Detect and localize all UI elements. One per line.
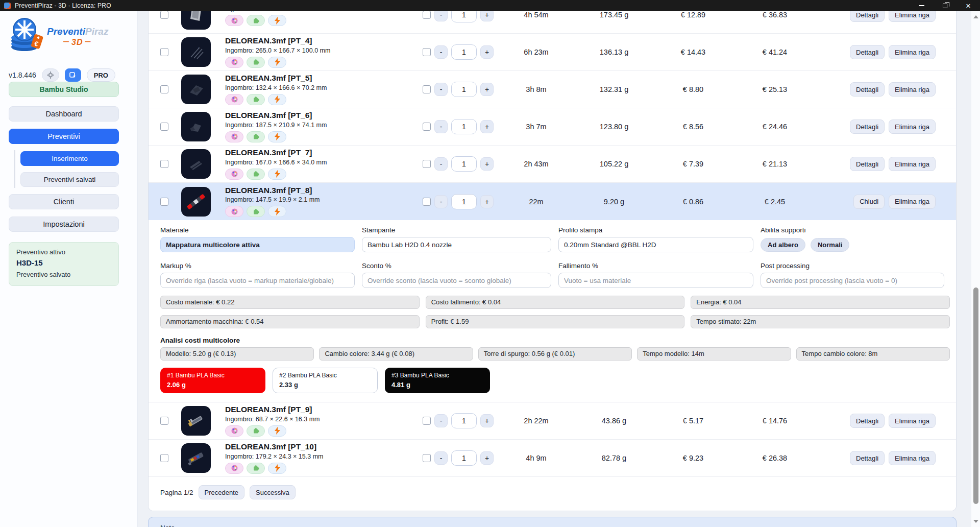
details-button[interactable]: Dettagli [850, 414, 885, 428]
qty-input[interactable] [451, 156, 477, 172]
row-select-checkbox[interactable] [160, 454, 168, 462]
details-button[interactable]: Dettagli [850, 157, 885, 171]
sync-button[interactable] [65, 68, 81, 82]
delete-row-button[interactable]: Elimina riga [889, 82, 936, 97]
details-button[interactable]: Dettagli [850, 119, 885, 134]
cost-value: € 8.80 [655, 85, 731, 93]
details-button[interactable]: Dettagli [850, 11, 885, 22]
qty-plus-button[interactable]: + [480, 11, 494, 21]
qty-minus-button[interactable]: - [434, 45, 448, 59]
filament-weight: 2.33 g [279, 381, 371, 389]
fallimento-input[interactable] [558, 273, 753, 288]
energy-icon [268, 425, 286, 437]
qty-lock-checkbox[interactable] [423, 85, 431, 93]
qty-plus-button[interactable]: + [480, 45, 494, 59]
qty-lock-checkbox[interactable] [423, 454, 431, 462]
qty-plus-button[interactable]: + [480, 451, 494, 465]
markup-input[interactable] [160, 273, 355, 288]
details-button[interactable]: Dettagli [850, 451, 885, 465]
delete-row-button[interactable]: Elimina riga [889, 11, 936, 22]
version-label: v1.8.446 [9, 71, 36, 79]
delete-row-button[interactable]: Elimina riga [889, 157, 936, 171]
qty-input[interactable] [451, 11, 477, 22]
sidebar-item-inserimento[interactable]: Inserimento [20, 151, 119, 166]
delete-row-button[interactable]: Elimina riga [889, 119, 936, 134]
sidebar-item-preventivi-salvati[interactable]: Preventivi salvati [20, 172, 119, 187]
delete-row-button[interactable]: Elimina riga [889, 195, 936, 209]
qty-input[interactable] [451, 194, 477, 209]
scroll-up-arrow[interactable] [973, 15, 978, 18]
supporti-ad-albero-button[interactable]: Ad albero [761, 238, 805, 252]
qty-plus-button[interactable]: + [480, 120, 494, 133]
qty-minus-button[interactable]: - [434, 451, 448, 465]
qty-minus-button[interactable]: - [434, 414, 448, 427]
row-select-checkbox[interactable] [160, 198, 168, 206]
qty-plus-button[interactable]: + [480, 83, 494, 96]
sidebar-item-clienti[interactable]: Clienti [9, 194, 119, 209]
supporti-normali-button[interactable]: Normali [811, 238, 849, 252]
previous-page-button[interactable]: Precedente [199, 485, 245, 499]
qty-lock-checkbox[interactable] [423, 11, 431, 19]
restore-icon [943, 4, 947, 8]
row-select-checkbox[interactable] [160, 123, 168, 131]
scrollbar-thumb[interactable] [973, 288, 978, 504]
qty-plus-button[interactable]: + [480, 414, 494, 427]
model-thumbnail [181, 406, 211, 436]
multicolor-icon [225, 463, 243, 474]
qty-input[interactable] [451, 119, 477, 134]
delete-row-button[interactable]: Elimina riga [889, 414, 936, 428]
model-dimensions: Ingombro: 68.7 × 22.6 × 16.3 mm [225, 416, 423, 423]
qty-input[interactable] [451, 413, 477, 428]
post-processing-input[interactable] [761, 273, 944, 288]
qty-minus-button[interactable]: - [434, 120, 448, 133]
model-dimensions: Ingombro: 265.0 × 166.7 × 100.0 mm [225, 47, 423, 54]
row-select-checkbox[interactable] [160, 417, 168, 425]
qty-lock-checkbox[interactable] [423, 123, 431, 131]
close-details-button[interactable]: Chiudi [853, 195, 885, 209]
svg-text:⌁: ⌁ [198, 46, 200, 50]
scroll-down-arrow[interactable] [973, 520, 978, 523]
delete-row-button[interactable]: Elimina riga [889, 45, 936, 59]
sidebar-item-dashboard[interactable]: Dashboard [9, 106, 119, 122]
qty-lock-checkbox[interactable] [423, 198, 431, 206]
cost-chip-energia: Energia: € 0.04 [691, 296, 950, 309]
row-select-checkbox[interactable] [160, 48, 168, 56]
minimize-button[interactable] [910, 0, 933, 11]
qty-minus-button[interactable]: - [434, 195, 448, 208]
details-button[interactable]: Dettagli [850, 45, 885, 59]
qty-minus-button[interactable]: - [434, 11, 448, 21]
qty-lock-checkbox[interactable] [423, 48, 431, 56]
qty-input[interactable] [451, 44, 477, 60]
next-page-button[interactable]: Successiva [250, 485, 296, 499]
details-button[interactable]: Dettagli [850, 82, 885, 97]
profilo-stampa-input[interactable] [558, 237, 753, 252]
price-value: € 14.76 [731, 417, 818, 425]
bambu-studio-button[interactable]: Bambu Studio [9, 82, 119, 97]
cost-chip-fallimento: Costo fallimento: € 0.04 [426, 296, 685, 309]
row-select-checkbox[interactable] [160, 160, 168, 168]
qty-lock-checkbox[interactable] [423, 417, 431, 425]
row-select-checkbox[interactable] [160, 85, 168, 93]
qty-input[interactable] [451, 82, 477, 97]
sidebar-item-impostazioni[interactable]: Impostazioni [9, 217, 119, 232]
settings-gear-button[interactable] [42, 68, 59, 82]
restore-button[interactable] [933, 0, 957, 11]
page-indicator: Pagina 1/2 [160, 489, 193, 496]
qty-plus-button[interactable]: + [480, 195, 494, 208]
multicolor-icon [225, 15, 243, 26]
energy-icon [268, 94, 286, 105]
sconto-input[interactable] [362, 273, 551, 288]
filament-name: #1 Bambu PLA Basic [167, 372, 259, 380]
materiale-input[interactable] [160, 237, 355, 252]
qty-minus-button[interactable]: - [434, 83, 448, 96]
delete-row-button[interactable]: Elimina riga [889, 451, 936, 465]
row-select-checkbox[interactable] [160, 11, 168, 19]
sidebar-item-preventivi[interactable]: Preventivi [9, 129, 119, 144]
puzzle-icon [247, 206, 265, 217]
qty-lock-checkbox[interactable] [423, 160, 431, 168]
qty-input[interactable] [451, 450, 477, 466]
qty-minus-button[interactable]: - [434, 157, 448, 171]
close-button[interactable]: × [957, 0, 980, 11]
stampante-input[interactable] [362, 237, 551, 252]
qty-plus-button[interactable]: + [480, 157, 494, 171]
